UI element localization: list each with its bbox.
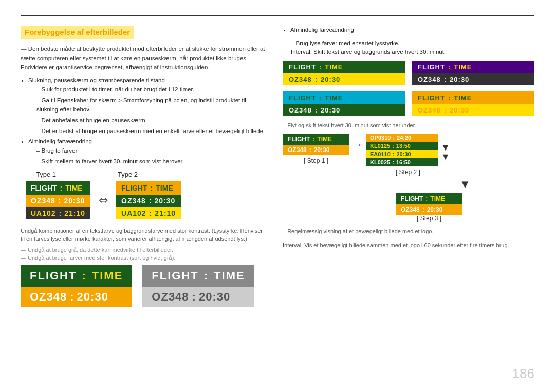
board-type2-header-time: TIME [156, 184, 173, 192]
top-bar [21, 15, 534, 16]
oz348-label: OZ348 [31, 197, 55, 205]
bv2-time: TIME [454, 63, 472, 71]
mini-board-bv4: FLIGHT : TIME OZ348 : 20:30 [412, 91, 534, 116]
lb1-flight: FLIGHT [30, 269, 77, 283]
right-bullet-1: Almindelig farveændring [290, 26, 534, 35]
bv2-header: FLIGHT : TIME [412, 61, 534, 73]
bv2-row: OZ348 : 20:30 [412, 73, 534, 85]
bv2-oz348: OZ348 [418, 76, 441, 83]
bv3-time: TIME [325, 94, 343, 102]
step3-label: [ Step 3 ] [417, 215, 441, 222]
sub-item-2b: Skift mellem to farver hvert 30. minut s… [36, 157, 267, 166]
mini-board-bv3: FLIGHT : TIME OZ348 : 20:30 [283, 91, 405, 116]
bv4-time: TIME [454, 94, 472, 102]
type-labels: Type 1 Type 2 [36, 171, 267, 178]
step1-to-step2-arrow: → [353, 139, 363, 151]
step3-header: FLIGHT : TIME [396, 193, 462, 204]
oz348-colon: : [59, 197, 61, 205]
sub-item-1a: Sluk for produktet i to timer, når du ha… [36, 85, 267, 95]
bv1-row: OZ348 : 20:30 [283, 73, 405, 85]
board-type2-row-oz348: OZ348 : 20:30 [116, 195, 181, 207]
lb1-header: FLIGHT : TIME [21, 265, 132, 287]
right-column: Almindelig farveændring – Brug lyse farv… [283, 26, 534, 382]
board-type2: FLIGHT : TIME OZ348 : 20:30 UA102 : 21:1… [116, 181, 181, 219]
board-header-colon: : [60, 184, 63, 192]
intro-text: — Den bedste måde at beskytte produktet … [21, 45, 267, 72]
double-arrows: ▼ ▼ [441, 143, 450, 161]
contrast-note: Undgå kombinationer af en tekstfarve og … [21, 227, 267, 244]
bullet-item-1: Slukning, pauseskærm og strømbesparende … [28, 76, 267, 136]
step1-label: [ Step 1 ] [304, 157, 328, 164]
step2-row3: EA0110 : 20:30 [366, 150, 438, 158]
lb2-colon: : [204, 269, 209, 283]
lb2-sep: : [192, 290, 196, 304]
bv1-colon: : [319, 63, 322, 71]
bv4-colon: : [448, 94, 451, 102]
sub-item-2a: Brug to farver [36, 146, 267, 156]
large-boards-row: FLIGHT : TIME OZ348 : 20:30 FLIGHT : [21, 265, 267, 307]
lb1-time: TIME [92, 269, 123, 283]
bullet-item-2: Almindelig farveændring Brug to farver S… [28, 137, 267, 166]
board-type2-header-flight: FLIGHT [121, 184, 147, 192]
swap-arrow-icon: ⇔ [99, 194, 108, 207]
mini-board-bv1: FLIGHT : TIME OZ348 : 20:30 [283, 61, 405, 85]
step3-wrap: FLIGHT : TIME OZ348 : 20:30 [ Step 3 ] [324, 193, 534, 222]
board-header-flight: FLIGHT [31, 184, 57, 192]
step2-label: [ Step 2 ] [396, 169, 420, 176]
bv2-flight: FLIGHT [418, 63, 445, 71]
lb2-flight: FLIGHT [152, 269, 198, 283]
lb2-header: FLIGHT : TIME [142, 265, 254, 287]
bv3-oz348: OZ348 [289, 106, 312, 114]
board-type2-header: FLIGHT : TIME [116, 181, 181, 195]
sub-item-1b: Gå til Egenskaber for skærm > Strømforsy… [36, 96, 267, 115]
bv3-row: OZ348 : 20:30 [283, 104, 405, 116]
board-header-time: TIME [65, 184, 82, 192]
color-boards-grid: FLIGHT : TIME OZ348 : 20:30 FLIGHT : [283, 61, 534, 116]
reg-note-1: – Regelmæssig visning af et bevægeligt b… [283, 227, 534, 236]
step2-row4: KL0025 : 16:50 [366, 158, 438, 166]
sub-item-1c: Det anbefales at bruge en pauseskærm. [36, 116, 267, 125]
bv4-time-val: 20:30 [450, 106, 469, 114]
bv4-flight: FLIGHT [418, 94, 445, 102]
bv1-time-val: 20:30 [321, 76, 340, 83]
board-type2-row-ua102: UA102 : 21:10 [116, 207, 181, 219]
bv1-oz348: OZ348 [289, 76, 312, 83]
large-board-2: FLIGHT : TIME OZ348 : 20:30 [142, 265, 254, 307]
lb1-oz-row: OZ348 : 20:30 [21, 287, 132, 307]
step2-board: OP0310 : 24:20 KL0125 : 13:50 EA0110 [366, 134, 438, 166]
right-sub-a-dash: – [291, 40, 296, 46]
step3-board: FLIGHT : TIME OZ348 : 20:30 [396, 193, 462, 215]
lb1-time-val: 20:30 [77, 290, 108, 304]
step-note: – Flyt og skift tekst hvert 30. minut so… [283, 122, 534, 128]
bv4-oz348: OZ348 [418, 106, 441, 114]
step3-row: OZ348 : 20:30 [396, 204, 462, 215]
lb1-sep: : [70, 290, 73, 304]
left-column: Forebyggelse af efterbilleder — Den beds… [21, 26, 267, 382]
step2-row1: OP0310 : 24:20 [366, 134, 438, 142]
bv1-flight: FLIGHT [289, 63, 316, 71]
lb2-oz-row: OZ348 : 20:30 [142, 287, 254, 307]
bv3-time-val: 20:30 [321, 106, 340, 114]
mini-board-bv2: FLIGHT : TIME OZ348 : 20:30 [412, 61, 534, 85]
steps-row: FLIGHT : TIME OZ348 : 20:30 [ Step 1 ] → [283, 134, 534, 176]
bv1-header: FLIGHT : TIME [283, 61, 405, 73]
lb2-time: TIME [214, 269, 245, 283]
high-contrast-note: — Undgå at bruge farver med stor kontras… [21, 255, 267, 261]
lb1-oz348: OZ348 [30, 290, 67, 304]
reg-note-2: Interval: Vis et bevægeligt billede samm… [283, 241, 534, 250]
board-row-oz348: OZ348 : 20:30 [26, 195, 90, 207]
step1-board: FLIGHT : TIME OZ348 : 20:30 [283, 134, 349, 155]
step1-wrap: FLIGHT : TIME OZ348 : 20:30 [ Step 1 ] [283, 134, 349, 164]
ua102-colon: : [59, 209, 62, 217]
ua102-time: 21:10 [64, 209, 85, 217]
bv4-header: FLIGHT : TIME [412, 91, 534, 104]
board-type2-header-colon: : [151, 184, 153, 192]
sub-item-1d: Det er bedst at bruge en pauseskærm med … [36, 127, 267, 136]
bv3-header: FLIGHT : TIME [283, 91, 405, 104]
bv1-sep: : [315, 76, 318, 83]
bv3-colon: : [319, 94, 322, 102]
flight-boards-comparison: FLIGHT : TIME OZ348 : 20:30 UA102 : 21:1… [26, 181, 267, 219]
board-type1: FLIGHT : TIME OZ348 : 20:30 UA102 : 21:1… [26, 181, 90, 219]
lb2-time-val: 20:30 [199, 290, 230, 304]
bv2-time-val: 20:30 [450, 76, 469, 83]
